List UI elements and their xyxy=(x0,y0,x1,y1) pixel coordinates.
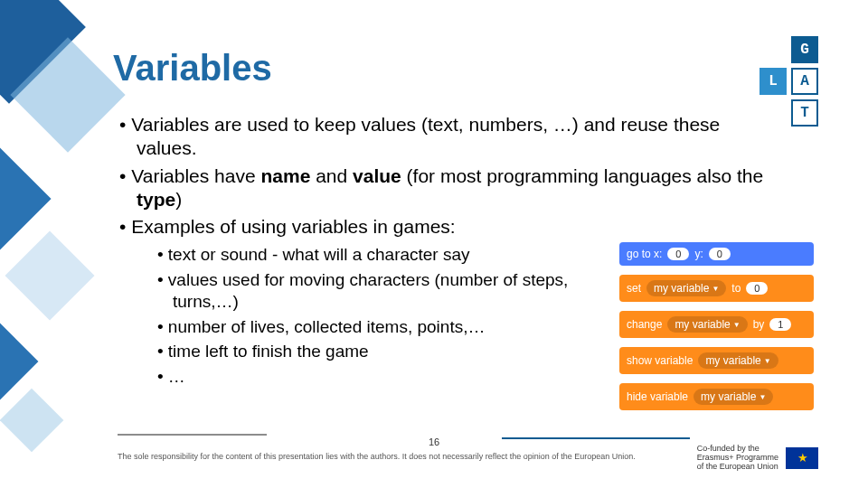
logo-l: L xyxy=(760,68,787,95)
sub-bullet: … xyxy=(156,366,590,388)
divider xyxy=(118,434,267,436)
eu-flag-icon: ★ xyxy=(786,447,818,469)
eu-line: of the European Union xyxy=(697,463,778,472)
logo-t: T xyxy=(791,99,818,127)
bullet-2: Variables have name and value (for most … xyxy=(118,164,769,212)
bullet-1: Variables are used to keep values (text,… xyxy=(118,113,769,161)
sub-bullet: text or sound - what will a character sa… xyxy=(156,244,590,266)
eu-cofunded: Co-funded by the Erasmus+ Programme of t… xyxy=(697,445,818,472)
block-goto: go to x: 0 y: 0 xyxy=(619,242,814,266)
sub-bullet: values used for moving characters (numbe… xyxy=(156,269,590,313)
block-hide: hide variable my variable▼ xyxy=(619,383,814,410)
deco-square xyxy=(0,147,52,249)
block-show: show variable my variable▼ xyxy=(619,347,814,374)
sub-bullet: number of lives, collected items, points… xyxy=(156,316,590,338)
sub-bullet: time left to finish the game xyxy=(156,341,590,362)
code-blocks: go to x: 0 y: 0 set my variable▼ to 0 ch… xyxy=(619,242,814,410)
logo-a: A xyxy=(791,68,818,95)
block-change: change my variable▼ by 1 xyxy=(619,311,814,338)
slide-title: Variables xyxy=(113,48,272,89)
logo-g: G xyxy=(791,36,818,63)
disclaimer-text: The sole responsibility for the content … xyxy=(118,452,696,461)
deco-square xyxy=(5,231,95,321)
bullet-3: Examples of using variables in games: xyxy=(118,215,769,239)
block-set: set my variable▼ to 0 xyxy=(619,275,814,302)
deco-square xyxy=(0,324,38,400)
